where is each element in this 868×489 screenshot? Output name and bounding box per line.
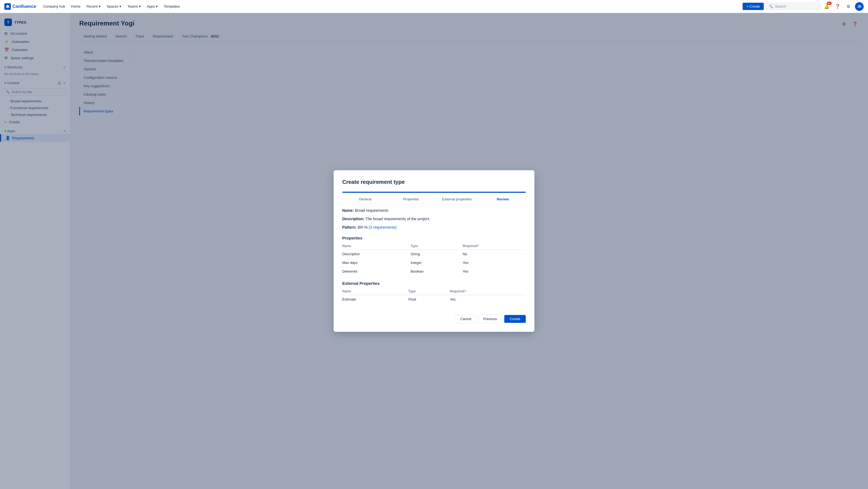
prop-row2-type: Integer xyxy=(411,258,463,267)
prop-row3-type: Boolean xyxy=(411,267,463,276)
prop-col-required: Required? xyxy=(463,242,526,250)
review-name-value: Broad requirements xyxy=(355,208,389,213)
external-properties-table: Name Type Required? Estimate Float Yes xyxy=(342,288,526,304)
confluence-icon xyxy=(4,3,11,10)
review-name: Name: Broad requirements xyxy=(342,208,526,213)
help-button[interactable]: ❓ xyxy=(833,2,842,11)
table-row: Man days Integer Yes xyxy=(342,258,526,267)
ext-row1-required: Yes xyxy=(450,295,526,304)
modal-title: Create requirement type xyxy=(342,179,526,185)
nav-teams[interactable]: Teams ▾ xyxy=(125,3,143,10)
nav-recent[interactable]: Recent ▾ xyxy=(84,3,103,10)
step-external-properties: External properties xyxy=(434,197,480,201)
prop-row3-name: Delivered xyxy=(342,267,411,276)
review-description-value: The broad requirements of the project. xyxy=(365,217,430,221)
review-description: Description: The broad requirements of t… xyxy=(342,216,526,222)
logo[interactable]: Confluence xyxy=(4,3,36,10)
ext-row1-type: Float xyxy=(408,295,450,304)
modal: Create requirement type General Properti… xyxy=(334,170,534,332)
nav-apps[interactable]: Apps ▾ xyxy=(144,3,161,10)
avatar[interactable]: JB xyxy=(855,2,864,11)
ext-col-name: Name xyxy=(342,288,408,295)
search-icon: 🔍 xyxy=(769,4,773,8)
modal-overlay: Create requirement type General Properti… xyxy=(0,13,868,489)
review-pattern-link[interactable]: (3 requirements) xyxy=(369,225,397,230)
prop-col-type: Type xyxy=(411,242,463,250)
stepper: General Properties External properties R… xyxy=(342,192,526,201)
ext-row1-name: Estimate xyxy=(342,295,408,304)
previous-button[interactable]: Previous xyxy=(478,315,502,323)
notifications-button[interactable]: 🔔 9+ xyxy=(823,2,831,11)
properties-section-title: Properties xyxy=(342,236,526,240)
prop-row3-required: Yes xyxy=(463,267,526,276)
stepper-labels: General Properties External properties R… xyxy=(342,197,526,201)
search-placeholder: Search xyxy=(775,4,786,8)
stepper-progress-bar xyxy=(342,192,526,193)
notification-badge: 9+ xyxy=(827,2,832,5)
table-row: Estimate Float Yes xyxy=(342,295,526,304)
logo-text: Confluence xyxy=(12,4,36,9)
properties-table: Name Type Required? Description String N… xyxy=(342,242,526,276)
review-pattern-value: BR-% xyxy=(358,225,368,230)
nav-spaces[interactable]: Spaces ▾ xyxy=(104,3,124,10)
ext-col-type: Type xyxy=(408,288,450,295)
prop-row1-name: Description xyxy=(342,250,411,258)
prop-col-name: Name xyxy=(342,242,411,250)
nav-templates[interactable]: Templates xyxy=(161,3,182,10)
step-general: General xyxy=(342,197,388,201)
nav-company-hub[interactable]: Company hub xyxy=(40,3,68,10)
nav-right: 🔍 Search 🔔 9+ ❓ ⚙ JB xyxy=(766,2,864,11)
step-properties: Properties xyxy=(388,197,434,201)
review-pattern-label: Pattern: xyxy=(342,225,356,230)
table-row: Description String No xyxy=(342,250,526,258)
create-button[interactable]: Create xyxy=(504,315,526,323)
review-name-label: Name: xyxy=(342,208,354,213)
settings-button[interactable]: ⚙ xyxy=(844,2,853,11)
search-box[interactable]: 🔍 Search xyxy=(766,3,820,10)
step-review: Review xyxy=(480,197,526,201)
nav-home[interactable]: Home xyxy=(68,3,83,10)
prop-row1-type: String xyxy=(411,250,463,258)
review-description-label: Description: xyxy=(342,217,365,221)
table-row: Delivered Boolean Yes xyxy=(342,267,526,276)
external-properties-section-title: External Properties xyxy=(342,281,526,286)
create-button[interactable]: + Create xyxy=(743,3,764,10)
ext-col-required: Required? xyxy=(450,288,526,295)
review-pattern: Pattern: BR-% (3 requirements) xyxy=(342,224,526,230)
prop-row2-required: Yes xyxy=(463,258,526,267)
nav-items: Company hub Home Recent ▾ Spaces ▾ Teams… xyxy=(40,3,740,10)
cancel-button[interactable]: Cancel xyxy=(456,315,476,323)
prop-row2-name: Man days xyxy=(342,258,411,267)
modal-footer: Cancel Previous Create xyxy=(342,310,526,323)
top-nav: Confluence Company hub Home Recent ▾ Spa… xyxy=(0,0,868,13)
prop-row1-required: No xyxy=(463,250,526,258)
